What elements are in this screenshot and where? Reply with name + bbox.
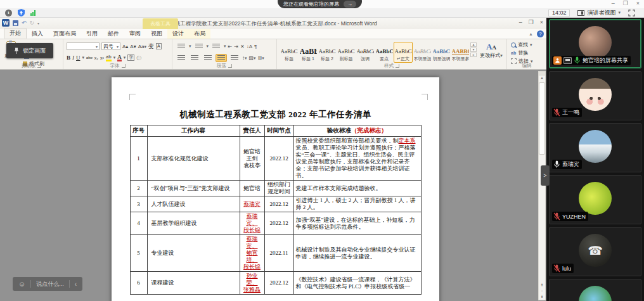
increase-indent-button[interactable]: ⇥ <box>234 44 238 49</box>
align-right-button[interactable] <box>202 54 214 62</box>
style-item-要点[interactable]: AaBbCcDc要点 <box>375 42 394 63</box>
font-size-combobox[interactable]: 四号▾ <box>101 42 120 50</box>
word-restore-button[interactable]: ❐ <box>529 19 534 25</box>
mic-icon <box>553 160 560 169</box>
style-item-标题 2[interactable]: AaBbC标题 2 <box>318 42 337 63</box>
chat-input-pill[interactable]: ☺ 说点什么... ‹ <box>13 277 82 291</box>
underline-button[interactable]: U <box>76 54 80 61</box>
grow-font-button[interactable]: A▴ <box>122 44 128 49</box>
italic-button[interactable]: I <box>72 54 74 61</box>
redo-icon[interactable]: ↻ <box>30 20 35 26</box>
tab-页面布局[interactable]: 页面布局 <box>48 29 81 39</box>
style-item-↵正文[interactable]: AaBbCcDd↵正文 <box>394 42 413 63</box>
subscript-button[interactable]: x₂ <box>94 56 98 60</box>
font-color-button[interactable]: A <box>117 54 122 61</box>
minimize-ribbon-icon[interactable]: ▲ <box>529 32 533 36</box>
vertical-scrollbar[interactable]: ▲ ↟ ◦ ↡ <box>538 71 546 300</box>
bold-button[interactable]: B <box>67 54 70 61</box>
tab-开始[interactable]: 开始 <box>4 28 27 39</box>
word-close-button[interactable]: × <box>540 19 543 25</box>
style-item-标题[interactable]: AaBbC标题 <box>280 42 299 63</box>
decrease-indent-button[interactable]: ⇤ <box>228 44 233 49</box>
character-border-button[interactable]: A <box>156 43 162 49</box>
participant-tile[interactable] <box>549 279 641 301</box>
change-styles-button[interactable]: AA 更改样式▾ <box>477 41 505 63</box>
participant-tile-王一鸣[interactable]: 王一鸣 <box>549 71 641 120</box>
shrink-font-button[interactable]: A▾ <box>130 44 136 49</box>
help-icon[interactable]: ? <box>537 30 544 37</box>
document-page[interactable]: 机械制造工程系教工党支部 2022 年工作任务清单 序号 工作内容 责任人 时间… <box>112 77 439 301</box>
previous-page-button[interactable]: ↟ <box>540 283 543 287</box>
tab-设计[interactable]: 设计 <box>167 29 189 39</box>
align-left-button[interactable] <box>176 54 187 62</box>
change-case-button[interactable]: Aa▾ <box>138 44 146 49</box>
app-minimize-button[interactable]: – <box>612 0 615 7</box>
undo-icon[interactable]: ↶ <box>22 20 27 26</box>
style-item-明显强调[interactable]: AaBbCcDc明显强调 <box>432 42 451 63</box>
save-icon[interactable] <box>13 20 18 26</box>
fullscreen-button[interactable] <box>628 10 635 16</box>
scroll-up-icon[interactable]: ▲ <box>540 75 544 81</box>
style-item-标题 1[interactable]: AaBĿ标题 1 <box>299 42 318 63</box>
emoji-icon[interactable]: ☺ <box>18 281 25 288</box>
superscript-button[interactable]: x² <box>100 56 104 60</box>
enclose-characters-button[interactable]: ㊀ <box>136 54 141 61</box>
participant-tile-鲍官培的屏幕共享[interactable]: 鲍官培的屏幕共享 <box>549 19 641 68</box>
dialog-launcher-icon[interactable] <box>122 64 126 68</box>
app-close-button[interactable]: × <box>636 0 640 7</box>
align-center-button[interactable] <box>189 54 200 62</box>
justify-button[interactable] <box>216 54 227 62</box>
participant-tile-蔡瑞宾[interactable]: 蔡瑞宾 <box>549 123 641 172</box>
banner-arrow-button[interactable]: → <box>344 1 356 8</box>
document-area[interactable]: 机械制造工程系教工党支部 2022 年工作任务清单 序号 工作内容 责任人 时间… <box>0 70 546 301</box>
line-spacing-button[interactable]: ↕▾ <box>242 55 247 61</box>
shading-button[interactable]: ▨▾ <box>249 55 256 61</box>
dialog-launcher-icon[interactable] <box>228 64 232 68</box>
participant-tile-lulu[interactable]: ☎lulu <box>549 227 641 276</box>
tab-插入[interactable]: 插入 <box>27 29 48 39</box>
style-item-副标题[interactable]: AaBbC副标题 <box>337 42 356 63</box>
numbering-button[interactable] <box>193 42 205 51</box>
select-browse-object-button[interactable]: ◦ <box>541 289 543 293</box>
tab-引用[interactable]: 引用 <box>81 29 103 39</box>
tab-布局[interactable]: 布局 <box>189 29 210 39</box>
styles-gallery-scroll[interactable]: ▲▼≡ <box>470 41 477 63</box>
word-minimize-button[interactable]: – <box>519 19 522 25</box>
style-sample: AaBĿ <box>300 48 317 56</box>
multilevel-list-button[interactable] <box>210 42 222 51</box>
bullets-button[interactable] <box>176 42 187 51</box>
distribute-button[interactable] <box>229 54 240 62</box>
replace-button[interactable]: ab替换 <box>508 49 545 57</box>
scrollbar-thumb[interactable] <box>539 82 545 155</box>
style-item-不明显强调[interactable]: AaBbCcDd不明显强调 <box>413 42 432 63</box>
tab-邮件[interactable]: 邮件 <box>103 29 124 39</box>
text-highlight-button[interactable]: ab <box>106 54 112 61</box>
phonetic-guide-button[interactable]: 变 <box>148 43 154 49</box>
app-restore-button[interactable]: ❐ <box>623 0 628 7</box>
sort-button[interactable]: ↓A <box>247 44 252 49</box>
asian-layout-button[interactable]: ✕ <box>240 44 245 49</box>
character-shading-button[interactable]: 字 <box>127 54 134 61</box>
tab-视图[interactable]: 视图 <box>146 29 167 39</box>
shield-icon[interactable] <box>18 9 25 16</box>
style-item-强调[interactable]: AaBbCcDd强调 <box>356 42 375 63</box>
dialog-launcher-icon[interactable] <box>396 64 399 68</box>
strikethrough-button[interactable]: abc <box>86 54 93 61</box>
dialog-launcher-icon[interactable] <box>37 64 41 68</box>
word-logo-icon[interactable]: W <box>2 19 10 27</box>
next-page-button[interactable]: ↡ <box>540 295 543 298</box>
find-button[interactable]: 查找▾ <box>508 41 545 49</box>
show-marks-button[interactable]: ¶ <box>254 44 257 49</box>
borders-button[interactable]: ⊞▾ <box>258 55 264 61</box>
lock-screen-tooltip[interactable]: 锁定画面 <box>6 43 53 58</box>
pin-icon <box>14 48 19 54</box>
style-item-不明显参考[interactable]: AABBCCDD不明显参考 <box>451 42 470 63</box>
font-name-combobox[interactable]: ▾ <box>67 42 100 50</box>
view-mode-button[interactable]: 演讲者视图 ▾ <box>577 9 621 17</box>
info-icon[interactable]: i <box>5 10 12 16</box>
sidebar-collapse-handle[interactable]: > <box>541 165 550 186</box>
chat-placeholder[interactable]: 说点什么... <box>36 280 64 288</box>
participant-tile-YUZHEN[interactable]: YUZHEN <box>549 175 641 224</box>
chat-collapse-icon[interactable]: ‹ <box>75 281 77 288</box>
tab-审阅[interactable]: 审阅 <box>124 29 146 39</box>
